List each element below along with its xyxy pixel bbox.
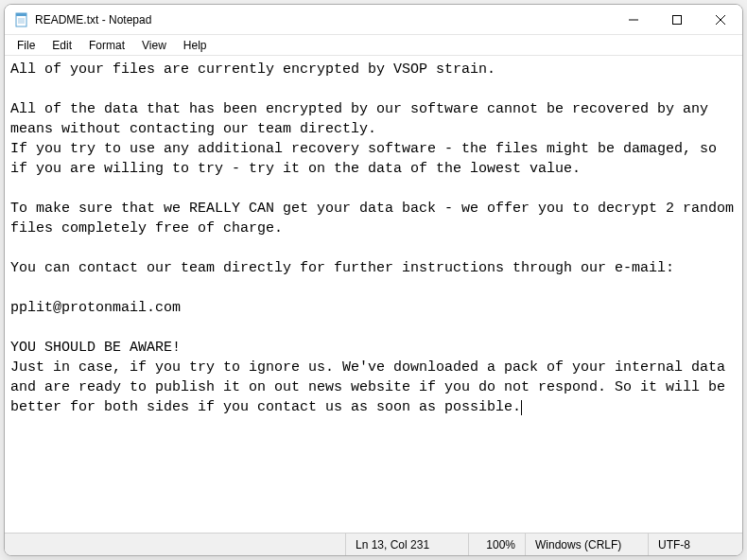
notepad-window: README.txt - Notepad File Edit Format Vi… [4,4,743,556]
menu-edit[interactable]: Edit [43,37,80,54]
menu-file[interactable]: File [9,37,43,54]
menu-help[interactable]: Help [175,37,216,54]
text-cursor [521,400,522,415]
status-position: Ln 13, Col 231 [345,534,468,555]
status-encoding: UTF-8 [648,534,742,555]
minimize-button[interactable] [612,5,655,34]
menu-format[interactable]: Format [80,37,133,54]
status-spacer [5,534,345,555]
window-controls [612,5,742,34]
maximize-button[interactable] [655,5,699,34]
text-editor[interactable]: All of your files are currently encrypte… [5,56,742,533]
status-line-ending: Windows (CRLF) [525,534,648,555]
svg-rect-1 [16,13,26,16]
document-text: All of your files are currently encrypte… [10,61,742,415]
titlebar[interactable]: README.txt - Notepad [5,5,742,35]
menubar: File Edit Format View Help [5,35,742,56]
window-title: README.txt - Notepad [35,13,612,26]
status-zoom: 100% [468,534,525,555]
menu-view[interactable]: View [133,37,175,54]
svg-rect-6 [673,15,682,24]
statusbar: Ln 13, Col 231 100% Windows (CRLF) UTF-8 [5,533,742,555]
close-button[interactable] [699,5,742,34]
notepad-icon [14,12,29,27]
